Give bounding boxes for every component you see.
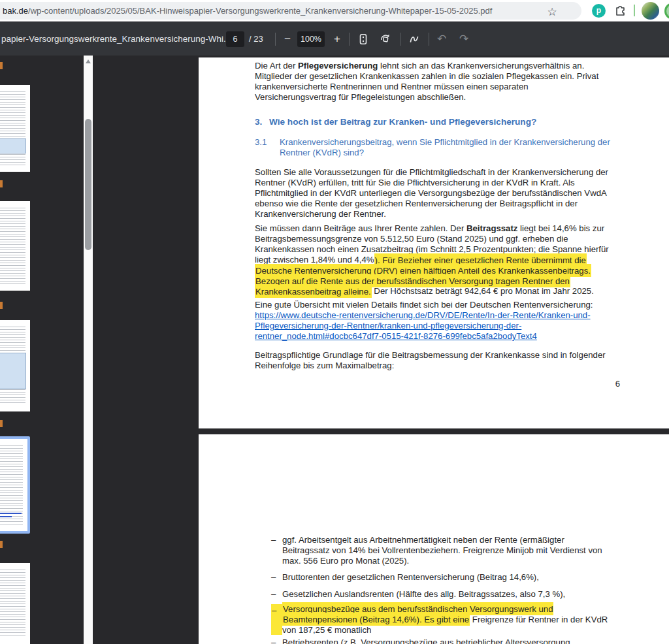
- pdf-viewer-area: Die Art der Pflegeversicherung lehnt sic…: [0, 56, 669, 644]
- text-run: krankenversicherte Rentnerinnen und Rent…: [255, 82, 529, 91]
- paragraph-with-link: Eine gute Übersicht mit vielen Details f…: [255, 300, 647, 342]
- page-number-footer: 6: [607, 379, 620, 389]
- thumbnail-highlight-block: [0, 138, 26, 153]
- text-run: Mitglieder der gesetzlichen Krankenkasse…: [255, 71, 598, 81]
- annotation-marker: [0, 62, 3, 69]
- text-run: Krankenkassen noch einen Zusatzbeitrag (…: [255, 244, 609, 254]
- bullet-dash: –: [271, 535, 282, 566]
- page-number-input[interactable]: 6: [226, 31, 244, 47]
- thumbnail-text-lines: [0, 91, 25, 165]
- list-item: – ggf. Arbeitsentgelt aus Arbeitnehmertä…: [271, 535, 624, 566]
- address-bar[interactable]: bak.de/wp-content/uploads/2025/05/BAK-Hi…: [0, 2, 581, 20]
- page-count-label: / 23: [249, 22, 263, 56]
- highlighted-text: Beamtenpensionen (Beitrag 14,6%). Es gib…: [282, 613, 470, 626]
- text-run: Versicherungsvertrag für Pflegeleistunge…: [255, 92, 466, 102]
- heading-number: 3.1: [255, 137, 280, 158]
- toolbar-divider: [275, 33, 276, 46]
- heading-number: 3.: [255, 117, 269, 127]
- page-thumbnail[interactable]: [0, 320, 30, 411]
- toolbar-divider: [400, 33, 400, 46]
- text-run: lehnt sich an das Krankenversicherungsve…: [378, 61, 584, 71]
- thumbnail-text-lines: [0, 208, 25, 284]
- extension-icon[interactable]: p: [592, 4, 606, 18]
- annotation-marker: [0, 541, 3, 548]
- text-run: Krankenversicherung der Rentner.: [255, 209, 386, 219]
- document-page-7: – ggf. Arbeitsentgelt aus Arbeitnehmertä…: [199, 434, 669, 644]
- page-thumbnail[interactable]: [0, 85, 30, 172]
- draw-annotate-icon[interactable]: [406, 31, 422, 47]
- toolbar-divider: [349, 33, 350, 46]
- text-run: Beitragssatz von 14% bei Vollrentenbezie…: [282, 545, 602, 555]
- paragraph-with-highlight: Sie müssen dann Beiträge aus Ihrer Rente…: [255, 223, 647, 297]
- text-run: Pflichtmitglied in der KVdR unterliegen …: [255, 188, 607, 198]
- browser-toolbar: bak.de/wp-content/uploads/2025/05/BAK-Hi…: [0, 0, 669, 22]
- zoom-out-button[interactable]: −: [280, 31, 295, 47]
- text-run: Bruttorenten der gesetzlichen Rentenvers…: [282, 572, 539, 583]
- paragraph: Die Art der Pflegeversicherung lehnt sic…: [255, 61, 647, 103]
- bookmark-star-icon[interactable]: ☆: [544, 4, 561, 22]
- secondary-avatar-partial[interactable]: [664, 3, 669, 20]
- highlighted-text: Krankenkassenbeitrag alleine.: [255, 285, 372, 298]
- text-run: Freigrenze für Rentner in der KVdR: [470, 615, 608, 624]
- thumbnail-link-line: [0, 516, 12, 517]
- paragraph: Sollten Sie alle Voraussetzungen für die…: [255, 167, 647, 219]
- undo-button[interactable]: ↶: [434, 31, 449, 47]
- text-run: liegt zwischen 1,84% und 4,4%: [255, 255, 374, 265]
- list-item: – Betriebsrenten (z.B. Versorgungsbezüge…: [271, 637, 624, 644]
- subsection-heading: 3.1 Krankenversicherungsbeitrag, wenn Si…: [255, 137, 647, 158]
- text-run: Gesetzlichen Auslandsrenten (Hälfte des …: [282, 589, 565, 600]
- page-thumbnail-selected[interactable]: [0, 436, 30, 534]
- text-run: von 187,25 € monatlich: [282, 625, 371, 635]
- thumbnail-scrollbar-track[interactable]: [84, 56, 93, 644]
- page-thumbnail[interactable]: [0, 563, 30, 644]
- thumbnail-text-lines: [0, 570, 25, 637]
- text-run: Beitragspflichtige Grundlage für die Bei…: [255, 350, 606, 360]
- browser-window: bak.de/wp-content/uploads/2025/05/BAK-Hi…: [0, 0, 669, 644]
- bullet-list: – ggf. Arbeitsentgelt aus Arbeitnehmertä…: [271, 535, 624, 644]
- page-thumbnail[interactable]: [0, 201, 30, 291]
- zoom-in-button[interactable]: +: [329, 31, 345, 47]
- document-page-6: Die Art der Pflegeversicherung lehnt sic…: [199, 57, 669, 428]
- bullet-dash: –: [271, 589, 282, 600]
- text-run: Beitragsbemessungsgrenze von 5.512,50 Eu…: [255, 234, 568, 244]
- url-path: /wp-content/uploads/2025/05/BAK-Hinweisp…: [28, 6, 492, 16]
- text-run: Betriebsrenten (z.B. Versorgungsbezüge a…: [282, 637, 570, 644]
- list-item: – Bruttorenten der gesetzlichen Rentenve…: [271, 572, 624, 583]
- url-text[interactable]: bak.de/wp-content/uploads/2025/05/BAK-Hi…: [3, 2, 532, 20]
- profile-avatar[interactable]: [642, 2, 659, 20]
- bullet-dash: –: [271, 637, 282, 644]
- thumbnail-scrollbar-thumb[interactable]: [85, 119, 91, 250]
- text-run: Reihenfolge bis zum Maximalbetrag:: [255, 361, 394, 370]
- text-run: max. 556 Euro pro Monat (2025).: [282, 556, 409, 566]
- thumbnail-highlight-block: [0, 353, 26, 389]
- text-run-bold: Pflegeversicherung: [298, 61, 378, 71]
- scroll-up-arrow-icon[interactable]: [86, 59, 91, 63]
- text-run-bold: Beitragssatz: [466, 223, 517, 233]
- list-item-highlighted: – Versorgungsbezüge aus dem berufsständi…: [271, 604, 624, 635]
- redo-button[interactable]: ↷: [456, 31, 472, 47]
- bullet-dash: –: [271, 572, 282, 583]
- heading-text: Wie hoch ist der Beitrag zur Kranken- un…: [269, 117, 536, 127]
- url-host: bak.de: [3, 6, 28, 16]
- text-run: Sie müssen dann Beiträge aus Ihrer Rente…: [255, 223, 466, 233]
- hyperlink[interactable]: https://www.deutsche-rentenversicherung.…: [255, 310, 591, 341]
- link-text: rentner_node.html#docbc647df7-0515-421f-…: [255, 331, 537, 341]
- annotation-marker: [0, 180, 3, 187]
- pdf-filename: papier-Versorgungswerkrente_Krankenversi…: [1, 22, 231, 56]
- heading-text: Rentner (KVdR) sind?: [280, 148, 364, 157]
- section-heading: 3. Wie hoch ist der Beitrag zur Kranken-…: [255, 117, 647, 127]
- text-run: ebenso wie die Rente der gesetzlichen Re…: [255, 199, 578, 208]
- fit-to-page-button[interactable]: [355, 31, 371, 47]
- text-run: Die Art der: [255, 61, 298, 71]
- extensions-puzzle-icon[interactable]: [614, 4, 627, 17]
- annotation-marker: [0, 302, 3, 309]
- rotate-button[interactable]: [378, 31, 393, 47]
- list-item: – Gesetzlichen Auslandsrenten (Hälfte de…: [271, 589, 624, 600]
- link-text: Pflegeversicherung-der-Rentner/kranken-u…: [255, 321, 521, 330]
- link-text: https://www.deutsche-rentenversicherung.…: [255, 310, 591, 320]
- pdf-toolbar: papier-Versorgungswerkrente_Krankenversi…: [0, 22, 669, 56]
- text-run: Eine gute Übersicht mit vielen Details f…: [255, 300, 593, 310]
- text-run: Rentner (KVdR) erfüllen, tritt für Sie d…: [255, 178, 575, 187]
- zoom-level-display[interactable]: 100%: [297, 31, 325, 47]
- text-run: Sollten Sie alle Voraussetzungen für die…: [255, 167, 608, 177]
